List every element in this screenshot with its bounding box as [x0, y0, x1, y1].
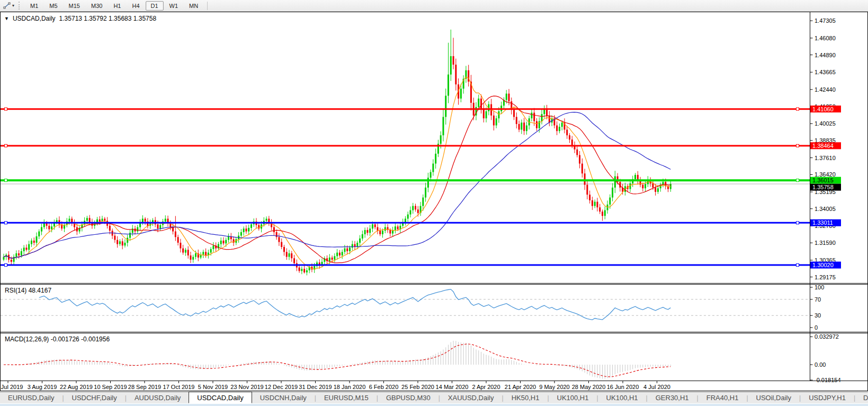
tab-usdcad-daily[interactable]: USDCAD,Daily	[189, 392, 252, 403]
hline-handle[interactable]	[5, 264, 7, 267]
svg-text:1.43665: 1.43665	[815, 69, 836, 75]
hline-handle[interactable]	[797, 108, 799, 110]
svg-text:1.36015: 1.36015	[812, 177, 834, 183]
timeframe-button-M30[interactable]: M30	[86, 1, 108, 11]
ma-8-line	[4, 77, 670, 269]
moving-averages	[4, 77, 670, 269]
hline-handle[interactable]	[797, 179, 799, 182]
timeframe-button-H1[interactable]: H1	[108, 1, 126, 11]
svg-text:1.42440: 1.42440	[815, 86, 836, 93]
tab-hk50-h1[interactable]: HK50,H1	[504, 392, 548, 403]
svg-text:1.41060: 1.41060	[812, 106, 834, 112]
svg-text:9 May 2020: 9 May 2020	[539, 384, 569, 390]
svg-text:2 Apr 2020: 2 Apr 2020	[472, 384, 500, 390]
rsi-indicator-label: RSI(14) 48.4167	[5, 287, 51, 294]
hline-handle[interactable]	[5, 179, 7, 182]
chart-title: ▼ USDCAD,Daily 1.35713 1.35792 1.35683 1…	[4, 15, 156, 22]
svg-text:1.29175: 1.29175	[815, 274, 836, 280]
ma-55-line	[4, 112, 670, 259]
svg-text:1.37610: 1.37610	[815, 155, 836, 161]
timeframe-button-MN[interactable]: MN	[184, 1, 203, 11]
collapse-arrow-icon[interactable]: ▼	[4, 16, 9, 21]
top-toolbar: ▾ M1M5M15M30H1H4D1W1MN	[0, 0, 868, 12]
price-chart: 1.473051.460801.448901.436651.424401.412…	[1, 12, 867, 391]
svg-text:0: 0	[815, 324, 818, 331]
tab-usdcnh-daily[interactable]: USDCNH,Daily	[252, 392, 315, 403]
status-strip	[0, 404, 868, 406]
tab-usoil-daily[interactable]: USOil,Daily	[748, 392, 799, 403]
chevron-down-icon[interactable]: ▾	[12, 3, 14, 8]
svg-text:1.47305: 1.47305	[815, 17, 836, 24]
chart-window: 1.473051.460801.448901.436651.424401.412…	[0, 12, 868, 391]
candles	[3, 30, 672, 276]
svg-text:16 Jun 2020: 16 Jun 2020	[607, 384, 639, 390]
svg-text:5 Nov 2019: 5 Nov 2019	[198, 384, 228, 390]
timeframe-button-W1[interactable]: W1	[164, 1, 184, 11]
svg-text:28 May 2020: 28 May 2020	[572, 384, 606, 390]
toolbar-grip	[19, 2, 22, 10]
tab-dj30-m15[interactable]: DJ30,M15	[855, 392, 868, 403]
tab-eurusd-m15[interactable]: EURUSD,M15	[316, 392, 377, 403]
svg-text:31 Dec 2019: 31 Dec 2019	[299, 384, 332, 390]
svg-text:14 Mar 2020: 14 Mar 2020	[436, 384, 469, 390]
chart-tab-bar: EURUSD,Daily|USDCHF,Daily|AUDUSD,DailyUS…	[0, 392, 868, 403]
tab-gbpusd-m30[interactable]: GBPUSD,M30	[378, 392, 439, 403]
price-axis: 1.473051.460801.448901.436651.424401.412…	[1, 12, 867, 383]
svg-text:1.30020: 1.30020	[812, 262, 834, 268]
tab-audusd-daily[interactable]: AUDUSD,Daily	[127, 392, 189, 403]
timeframe-button-M1[interactable]: M1	[25, 1, 43, 11]
chart-ohlc-values: 1.35713 1.35792 1.35683 1.35758	[59, 15, 157, 22]
svg-text:100: 100	[815, 284, 824, 290]
tab-fra40-h1[interactable]: FRA40,H1	[699, 392, 747, 403]
svg-text:22 Aug 2019: 22 Aug 2019	[60, 384, 93, 390]
svg-text:70: 70	[815, 296, 821, 303]
svg-text:0.00: 0.00	[815, 361, 826, 368]
tab-usdchf-daily[interactable]: USDCHF,Daily	[64, 392, 125, 403]
svg-text:4 Jul 2020: 4 Jul 2020	[643, 384, 670, 390]
hline-handle[interactable]	[5, 144, 7, 147]
macd-pane	[4, 341, 670, 379]
svg-text:1.33011: 1.33011	[812, 219, 833, 226]
svg-text:1.31590: 1.31590	[815, 240, 836, 246]
svg-text:25 Feb 2020: 25 Feb 2020	[401, 384, 434, 390]
hline-handle[interactable]	[5, 108, 7, 110]
svg-text:18 Jan 2020: 18 Jan 2020	[334, 384, 366, 390]
svg-text:21 Apr 2020: 21 Apr 2020	[505, 384, 536, 390]
timeframe-button-M15[interactable]: M15	[64, 1, 85, 11]
tab-eurusd-daily[interactable]: EURUSD,Daily	[0, 392, 62, 403]
line-studies-button[interactable]: ▾	[2, 2, 16, 10]
svg-text:30: 30	[815, 312, 821, 319]
svg-text:-0.018154: -0.018154	[815, 377, 841, 383]
svg-text:6 Feb 2020: 6 Feb 2020	[369, 384, 399, 390]
hline-handle[interactable]	[797, 264, 799, 267]
tab-uk100-h1[interactable]: UK100,H1	[598, 392, 646, 403]
svg-text:17 Oct 2019: 17 Oct 2019	[163, 384, 195, 390]
svg-text:1.44890: 1.44890	[815, 52, 836, 58]
tab-ger30-h1[interactable]: GER30,H1	[648, 392, 697, 403]
hline-handle[interactable]	[5, 222, 7, 224]
tab-usdjpy-h1[interactable]: USDJPY,H1	[801, 392, 854, 403]
timeframe-button-H4[interactable]: H4	[127, 1, 145, 11]
tab-xauusd-daily[interactable]: XAUUSD,Daily	[440, 392, 502, 403]
trendline-icon	[3, 2, 11, 10]
toolbar-separator	[207, 2, 208, 10]
timeframe-buttons: M1M5M15M30H1H4D1W1MN	[25, 1, 203, 11]
rsi-line	[39, 289, 671, 320]
svg-text:23 Nov 2019: 23 Nov 2019	[230, 384, 263, 390]
hline-handle[interactable]	[797, 144, 799, 147]
tab-uk100-h1[interactable]: UK100,H1	[549, 392, 597, 403]
svg-text:1.38464: 1.38464	[812, 143, 834, 149]
svg-text:1.46080: 1.46080	[815, 35, 836, 41]
svg-text:1.40025: 1.40025	[815, 120, 836, 127]
svg-text:1.34005: 1.34005	[815, 206, 836, 212]
svg-text:28 Sep 2019: 28 Sep 2019	[128, 384, 161, 390]
timeframe-button-M5[interactable]: M5	[44, 1, 62, 11]
rsi-pane	[1, 289, 810, 320]
hline-handle[interactable]	[797, 222, 799, 224]
chart-symbol-label: USDCAD,Daily	[13, 15, 56, 22]
timeframe-button-D1[interactable]: D1	[146, 1, 164, 11]
svg-text:12 Dec 2019: 12 Dec 2019	[265, 384, 298, 390]
macd-indicator-label: MACD(12,26,9) -0.001726 -0.001956	[5, 336, 110, 343]
svg-text:16 Jul 2019: 16 Jul 2019	[1, 384, 23, 390]
svg-text:0.032972: 0.032972	[815, 333, 839, 340]
